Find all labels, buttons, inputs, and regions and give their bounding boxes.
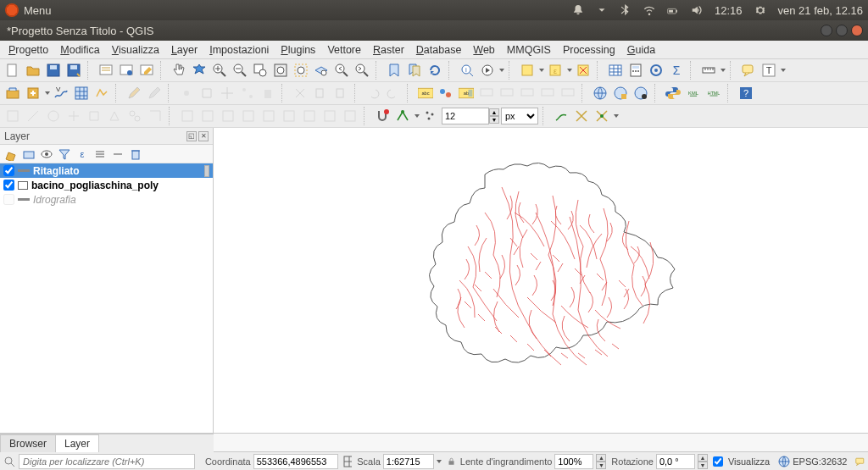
- layer-remove-icon[interactable]: [128, 147, 143, 162]
- menu-raster[interactable]: Raster: [368, 42, 409, 58]
- label-abc-icon[interactable]: abc: [416, 84, 435, 102]
- deselect-icon[interactable]: [574, 61, 593, 80]
- avoid-intersection-dropdown[interactable]: [613, 107, 619, 125]
- snap-toggle-icon[interactable]: [373, 107, 392, 125]
- panel-close-button[interactable]: ✕: [198, 131, 209, 141]
- processing-toolbox-icon[interactable]: [647, 61, 665, 80]
- battery-icon[interactable]: [667, 4, 679, 16]
- zoom-layer-icon[interactable]: [312, 61, 331, 80]
- magnifier-value[interactable]: [554, 454, 593, 469]
- menu-mmqgis[interactable]: MMQGIS: [502, 42, 556, 58]
- gear-icon[interactable]: [754, 4, 766, 16]
- layer-expand-icon[interactable]: [92, 147, 108, 162]
- lock-icon[interactable]: [448, 456, 455, 467]
- snap-unit-select[interactable]: px: [501, 108, 538, 124]
- dropdown-icon[interactable]: [596, 4, 608, 16]
- magnifier-down[interactable]: ▼: [596, 462, 606, 469]
- data-source-manager-icon[interactable]: [3, 84, 22, 102]
- save-as-icon[interactable]: [64, 61, 83, 80]
- scale-value[interactable]: [383, 454, 434, 469]
- kml-tools-icon[interactable]: KML: [684, 84, 703, 102]
- zoom-next-icon[interactable]: [353, 61, 371, 80]
- render-checkbox[interactable]: [713, 456, 723, 467]
- add-mesh-icon[interactable]: [92, 84, 111, 102]
- toggle-edit-icon[interactable]: [125, 84, 143, 102]
- menu-visualizza[interactable]: Visualizza: [107, 42, 164, 58]
- web-osm-icon[interactable]: [591, 84, 609, 102]
- locator-input[interactable]: [19, 454, 195, 469]
- html-tools-icon[interactable]: HTML: [704, 84, 723, 102]
- scale-dropdown[interactable]: [437, 452, 442, 471]
- snap-vertex-dropdown[interactable]: [414, 107, 420, 125]
- layer-style-icon[interactable]: [3, 147, 19, 162]
- os-menu-label[interactable]: Menu: [24, 4, 52, 17]
- menu-web[interactable]: Web: [468, 42, 499, 58]
- annotation-dropdown[interactable]: [780, 61, 786, 80]
- action-run-icon[interactable]: [478, 61, 497, 80]
- layer-expr-icon[interactable]: ε: [75, 147, 90, 162]
- minimize-button[interactable]: [821, 25, 832, 36]
- python-console-icon[interactable]: [664, 84, 682, 102]
- bluetooth-icon[interactable]: [620, 4, 632, 16]
- zoom-full-icon[interactable]: [271, 61, 290, 80]
- rotation-value[interactable]: [656, 454, 695, 469]
- layer-checkbox[interactable]: [3, 180, 14, 191]
- topo-edit-icon[interactable]: [552, 107, 570, 125]
- map-canvas[interactable]: [214, 128, 868, 433]
- zoom-last-icon[interactable]: [332, 61, 351, 80]
- magnifier-up[interactable]: ▲: [596, 454, 606, 462]
- menu-database[interactable]: Database: [411, 42, 467, 58]
- select-by-value-icon[interactable]: ε: [546, 61, 565, 80]
- web-wms-icon[interactable]: [611, 84, 630, 102]
- new-layout-icon[interactable]: [97, 61, 115, 80]
- add-raster-icon[interactable]: [72, 84, 91, 102]
- style-manager-icon[interactable]: [137, 61, 156, 80]
- menu-impostazioni[interactable]: Impostazioni: [204, 42, 274, 58]
- select-features-icon[interactable]: [518, 61, 537, 80]
- avoid-intersection-icon[interactable]: [593, 107, 611, 125]
- select-by-value-dropdown[interactable]: [566, 61, 572, 80]
- pan-icon[interactable]: [170, 61, 188, 80]
- spin-up[interactable]: ▲: [489, 108, 499, 116]
- layout-manager-icon[interactable]: [117, 61, 136, 80]
- snap-intersection-icon[interactable]: [572, 107, 591, 125]
- menu-processing[interactable]: Processing: [558, 42, 620, 58]
- new-bookmark-icon[interactable]: [385, 61, 403, 80]
- notification-bell-icon[interactable]: [572, 4, 584, 16]
- layer-collapse-icon[interactable]: [110, 147, 125, 162]
- label-highlight-icon[interactable]: ab: [457, 84, 476, 102]
- refresh-icon[interactable]: [426, 61, 444, 80]
- layer-tree[interactable]: Ritagliato bacino_pogliaschina_poly Idro…: [0, 163, 213, 433]
- messages-icon[interactable]: [855, 456, 865, 467]
- menu-progetto[interactable]: Progetto: [3, 42, 53, 58]
- save-project-icon[interactable]: [44, 61, 63, 80]
- zoom-out-icon[interactable]: [231, 61, 249, 80]
- os-date[interactable]: ven 21 feb, 12.16: [778, 4, 863, 17]
- select-dropdown[interactable]: [538, 61, 544, 80]
- layer-add-group-icon[interactable]: [21, 147, 36, 162]
- tab-layer[interactable]: Layer: [55, 434, 99, 452]
- layer-checkbox[interactable]: [3, 165, 14, 176]
- diagram-icon[interactable]: [437, 84, 455, 102]
- snap-tolerance-value[interactable]: [442, 108, 489, 124]
- zoom-native-icon[interactable]: [251, 61, 270, 80]
- rotation-down[interactable]: ▼: [698, 462, 708, 469]
- web-wfs-icon[interactable]: [632, 84, 650, 102]
- coord-value[interactable]: [253, 454, 338, 469]
- layer-row-idrografia[interactable]: Idrografia: [0, 192, 213, 207]
- layer-visibility-icon[interactable]: [39, 147, 54, 162]
- menu-modifica[interactable]: Modifica: [55, 42, 105, 58]
- extents-icon[interactable]: [343, 456, 353, 467]
- map-tips-icon[interactable]: [739, 61, 758, 80]
- zoom-in-icon[interactable]: [210, 61, 229, 80]
- layer-row-ritagliato[interactable]: Ritagliato: [0, 163, 213, 178]
- menu-guida[interactable]: Guida: [622, 42, 660, 58]
- tab-browser[interactable]: Browser: [0, 434, 56, 452]
- measure-dropdown[interactable]: [720, 61, 726, 80]
- layer-row-bacino[interactable]: bacino_pogliaschina_poly: [0, 178, 213, 192]
- help-icon[interactable]: ?: [737, 84, 755, 102]
- action-dropdown[interactable]: [498, 61, 504, 80]
- close-button[interactable]: [851, 25, 863, 36]
- new-project-icon[interactable]: [3, 61, 22, 80]
- add-vector-icon[interactable]: V: [52, 84, 70, 102]
